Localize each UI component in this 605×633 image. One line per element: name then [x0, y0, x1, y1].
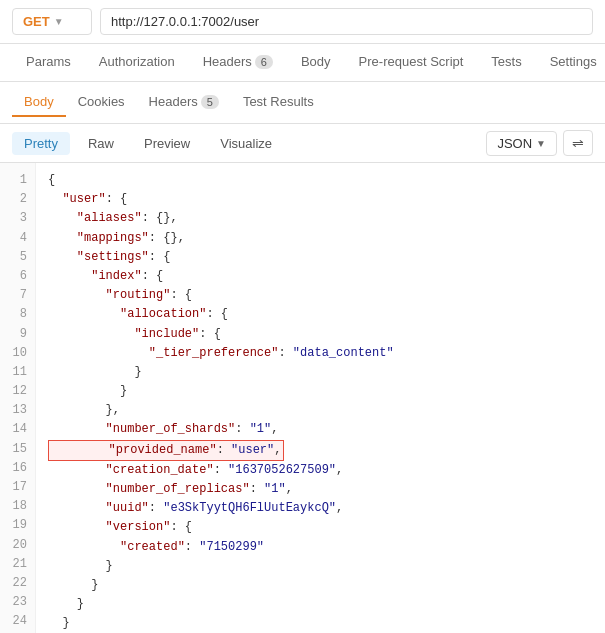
tab-params[interactable]: Params [12, 44, 85, 81]
code-line: "created": "7150299" [48, 538, 593, 557]
code-line: "user": { [48, 190, 593, 209]
code-line: { [48, 171, 593, 190]
code-line: "creation_date": "1637052627509", [48, 461, 593, 480]
code-line: } [48, 363, 593, 382]
format-raw[interactable]: Raw [76, 132, 126, 155]
code-line: } [48, 576, 593, 595]
line-number: 15 [0, 440, 35, 459]
line-number: 4 [0, 229, 35, 248]
code-line: "version": { [48, 518, 593, 537]
line-number: 10 [0, 344, 35, 363]
code-line: } [48, 382, 593, 401]
line-number: 24 [0, 612, 35, 631]
line-number: 18 [0, 497, 35, 516]
method-label: GET [23, 14, 50, 29]
top-bar: GET ▼ http://127.0.0.1:7002/user [0, 0, 605, 44]
tab-settings[interactable]: Settings [536, 44, 605, 81]
format-bar: Pretty Raw Preview Visualize JSON ▼ ⇌ [0, 124, 605, 163]
code-line: "aliases": {}, [48, 209, 593, 228]
tab-headers-nav[interactable]: Headers6 [189, 44, 287, 81]
url-input[interactable]: http://127.0.0.1:7002/user [100, 8, 593, 35]
code-line: } [48, 557, 593, 576]
line-number: 22 [0, 574, 35, 593]
code-line: "settings": { [48, 248, 593, 267]
line-number: 8 [0, 305, 35, 324]
line-number: 21 [0, 555, 35, 574]
format-visualize[interactable]: Visualize [208, 132, 284, 155]
tab-pre-request[interactable]: Pre-request Script [345, 44, 478, 81]
line-number: 5 [0, 248, 35, 267]
wrap-button[interactable]: ⇌ [563, 130, 593, 156]
line-number: 9 [0, 325, 35, 344]
tab-body-nav[interactable]: Body [287, 44, 345, 81]
code-line: } [48, 614, 593, 633]
sub-tabs: Body Cookies Headers5 Test Results [0, 82, 605, 124]
json-chevron-icon: ▼ [536, 138, 546, 149]
method-chevron-icon: ▼ [54, 16, 64, 27]
code-line: }, [48, 401, 593, 420]
code-line: "index": { [48, 267, 593, 286]
subtab-cookies[interactable]: Cookies [66, 88, 137, 117]
subtab-body[interactable]: Body [12, 88, 66, 117]
line-number: 23 [0, 593, 35, 612]
code-line: } [48, 595, 593, 614]
code-line: "provided_name": "user", [48, 440, 593, 461]
nav-tabs: Params Authorization Headers6 Body Pre-r… [0, 44, 605, 82]
code-line: "uuid": "e3SkTyytQH6FlUutEaykcQ", [48, 499, 593, 518]
method-select[interactable]: GET ▼ [12, 8, 92, 35]
tab-authorization[interactable]: Authorization [85, 44, 189, 81]
subtab-test-results[interactable]: Test Results [231, 88, 326, 117]
code-line: "routing": { [48, 286, 593, 305]
format-preview[interactable]: Preview [132, 132, 202, 155]
line-number: 17 [0, 478, 35, 497]
code-line: "mappings": {}, [48, 229, 593, 248]
line-number: 14 [0, 420, 35, 439]
subtab-headers[interactable]: Headers5 [137, 88, 231, 117]
json-format-select[interactable]: JSON ▼ [486, 131, 557, 156]
line-number: 11 [0, 363, 35, 382]
code-line: "number_of_replicas": "1", [48, 480, 593, 499]
line-number: 16 [0, 459, 35, 478]
code-line: "include": { [48, 325, 593, 344]
line-number: 1 [0, 171, 35, 190]
code-content: { "user": { "aliases": {}, "mappings": {… [36, 163, 605, 633]
line-number: 19 [0, 516, 35, 535]
line-number: 6 [0, 267, 35, 286]
line-number: 7 [0, 286, 35, 305]
line-numbers: 1234567891011121314151617181920212223242… [0, 163, 36, 633]
line-number: 12 [0, 382, 35, 401]
tab-tests[interactable]: Tests [477, 44, 535, 81]
code-line: "allocation": { [48, 305, 593, 324]
code-line: "number_of_shards": "1", [48, 420, 593, 439]
line-number: 3 [0, 209, 35, 228]
code-line: "_tier_preference": "data_content" [48, 344, 593, 363]
line-number: 20 [0, 536, 35, 555]
format-pretty[interactable]: Pretty [12, 132, 70, 155]
line-number: 13 [0, 401, 35, 420]
code-area: 1234567891011121314151617181920212223242… [0, 163, 605, 633]
line-number: 2 [0, 190, 35, 209]
